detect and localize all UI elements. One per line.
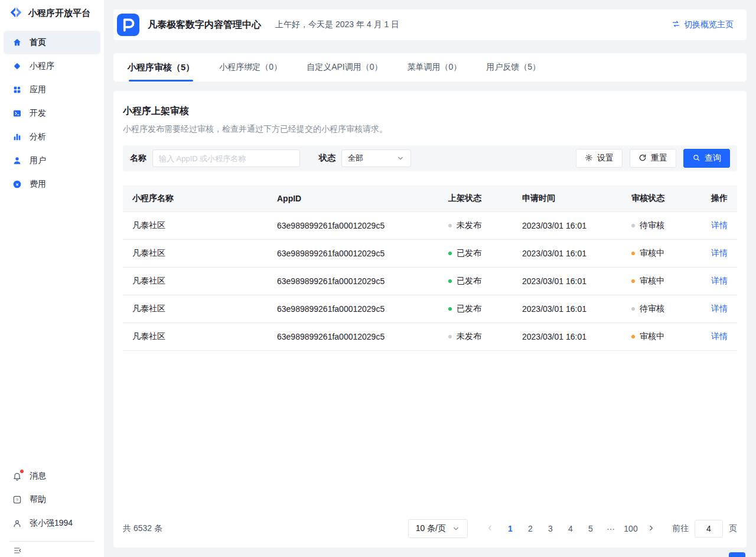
table-row: 凡泰社区 63e989899261fa00012029c5 已发布 2023/0… xyxy=(123,240,737,268)
sidebar-item-miniapp[interactable]: 小程序 xyxy=(4,54,100,78)
reset-label: 重置 xyxy=(651,153,667,164)
status-dot xyxy=(448,279,452,283)
cell-apply-time: 2023/03/01 16:01 xyxy=(513,323,622,351)
sidebar-item-users[interactable]: 用户 xyxy=(4,149,100,172)
refresh-icon xyxy=(638,154,647,164)
filter-actions: 设置 重置 查询 xyxy=(576,149,730,168)
details-link[interactable]: 详情 xyxy=(711,304,728,313)
chevron-left-icon xyxy=(486,524,494,534)
app-window: 小程序开放平台 首页 小程序 应用 xyxy=(0,0,756,557)
goto-page-input[interactable] xyxy=(695,520,723,538)
query-button[interactable]: 查询 xyxy=(683,149,730,168)
status-label: 已发布 xyxy=(457,304,481,313)
floating-button-partial[interactable] xyxy=(729,552,745,557)
cell-appid: 63e989899261fa00012029c5 xyxy=(268,323,439,351)
cell-apply-time: 2023/03/01 16:01 xyxy=(513,212,622,240)
tab-menu-calls[interactable]: 菜单调用（0） xyxy=(408,53,462,82)
status-dot xyxy=(631,335,635,338)
svg-text:?: ? xyxy=(16,497,18,503)
sidebar-item-help[interactable]: ? 帮助 xyxy=(4,488,100,512)
status-label: 审核中 xyxy=(640,276,664,285)
settings-label: 设置 xyxy=(597,153,614,164)
status-label: 审核中 xyxy=(640,248,664,258)
chevron-down-icon xyxy=(396,154,405,162)
sidebar-item-apps[interactable]: 应用 xyxy=(4,78,100,102)
help-icon: ? xyxy=(12,494,22,505)
col-appid: AppID xyxy=(268,185,439,212)
page-number-5[interactable]: 5 xyxy=(582,520,599,537)
collapse-menu-icon xyxy=(13,546,22,557)
cell-name: 凡泰社区 xyxy=(123,323,268,351)
page-number-2[interactable]: 2 xyxy=(522,520,539,537)
swap-icon xyxy=(672,19,680,30)
status-dot xyxy=(448,335,452,338)
cell-appid: 63e989899261fa00012029c5 xyxy=(268,240,439,268)
page-number-100[interactable]: 100 xyxy=(623,520,639,537)
cell-review-status: 审核中 xyxy=(622,240,696,268)
sidebar-item-fees[interactable]: ¥ 费用 xyxy=(4,172,100,196)
cell-actions: 详情 xyxy=(696,212,737,240)
cell-publish-status: 已发布 xyxy=(439,268,513,295)
sidebar-item-label: 分析 xyxy=(30,132,46,142)
tab-label: 用户反馈（5） xyxy=(486,62,540,73)
sidebar-item-analytics[interactable]: 分析 xyxy=(4,125,100,149)
status-select[interactable]: 全部 xyxy=(341,149,411,167)
tab-miniapp-review[interactable]: 小程序审核（5） xyxy=(128,53,194,82)
status-label: 待审核 xyxy=(640,304,664,313)
details-link[interactable]: 详情 xyxy=(711,276,728,285)
details-link[interactable]: 详情 xyxy=(711,248,728,258)
page-number-4[interactable]: 4 xyxy=(562,520,579,537)
status-filter-label: 状态 xyxy=(319,153,335,164)
reset-button[interactable]: 重置 xyxy=(630,149,676,168)
query-label: 查询 xyxy=(705,153,721,164)
cell-actions: 详情 xyxy=(696,323,737,351)
miniapp-diamond-icon xyxy=(12,61,22,71)
tab-label: 小程序审核（5） xyxy=(128,62,194,73)
cell-apply-time: 2023/03/01 16:01 xyxy=(513,295,622,323)
sidebar-item-label: 首页 xyxy=(30,37,46,48)
table-row: 凡泰社区 63e989899261fa00012029c5 未发布 2023/0… xyxy=(123,212,737,240)
appid-search-input[interactable] xyxy=(152,149,300,167)
page-ellipsis[interactable]: ··· xyxy=(602,520,619,537)
next-page-button[interactable] xyxy=(643,520,659,537)
sidebar-item-label: 费用 xyxy=(30,179,46,190)
pagination-controls: 10 条/页 1 2 3 4 5 ··· 100 xyxy=(408,519,737,538)
dev-terminal-icon xyxy=(12,108,22,119)
tab-bar: 小程序审核（5） 小程序绑定（0） 自定义API调用（0） 菜单调用（0） 用户… xyxy=(113,53,747,82)
status-label: 待审核 xyxy=(640,220,664,230)
sidebar-item-messages[interactable]: 消息 xyxy=(4,464,100,488)
username: 张小强1994 xyxy=(30,518,73,529)
prev-page-button[interactable] xyxy=(482,520,498,537)
panel-subtitle: 小程序发布需要经过审核，检查并通过下方已经提交的小程序审核请求。 xyxy=(123,124,737,135)
page-size-select[interactable]: 10 条/页 xyxy=(408,519,468,538)
details-link[interactable]: 详情 xyxy=(711,331,728,341)
page-number-3[interactable]: 3 xyxy=(542,520,559,537)
status-dot xyxy=(448,252,452,255)
tab-user-feedback[interactable]: 用户反馈（5） xyxy=(486,53,540,82)
table-header-row: 小程序名称 AppID 上架状态 申请时间 审核状态 操作 xyxy=(123,185,737,212)
users-icon xyxy=(12,155,22,166)
tab-miniapp-binding[interactable]: 小程序绑定（0） xyxy=(219,53,282,82)
analytics-bars-icon xyxy=(12,132,22,142)
sidebar-item-home[interactable]: 首页 xyxy=(4,31,100,54)
cell-name: 凡泰社区 xyxy=(123,295,268,323)
sidebar-item-label: 帮助 xyxy=(30,494,46,505)
sidebar-item-dev[interactable]: 开发 xyxy=(4,102,100,125)
unread-badge xyxy=(20,470,24,473)
name-filter-label: 名称 xyxy=(130,153,146,164)
settings-button[interactable]: 设置 xyxy=(576,149,623,168)
status-label: 已发布 xyxy=(457,248,481,258)
chevron-right-icon xyxy=(647,524,655,534)
details-link[interactable]: 详情 xyxy=(711,220,728,230)
filter-bar: 名称 状态 全部 设置 xyxy=(123,145,737,171)
collapse-sidebar-button[interactable] xyxy=(4,542,100,557)
tab-custom-api[interactable]: 自定义API调用（0） xyxy=(307,53,382,82)
switch-overview-link[interactable]: 切换概览主页 xyxy=(672,19,734,30)
cell-review-status: 审核中 xyxy=(622,323,696,351)
cell-name: 凡泰社区 xyxy=(123,268,268,295)
cell-apply-time: 2023/03/01 16:01 xyxy=(513,268,622,295)
sidebar-bottom: 消息 ? 帮助 张小强1994 xyxy=(0,464,104,557)
fee-yen-icon: ¥ xyxy=(12,179,22,190)
sidebar-item-account[interactable]: 张小强1994 xyxy=(4,512,100,535)
page-number-1[interactable]: 1 xyxy=(502,520,519,537)
